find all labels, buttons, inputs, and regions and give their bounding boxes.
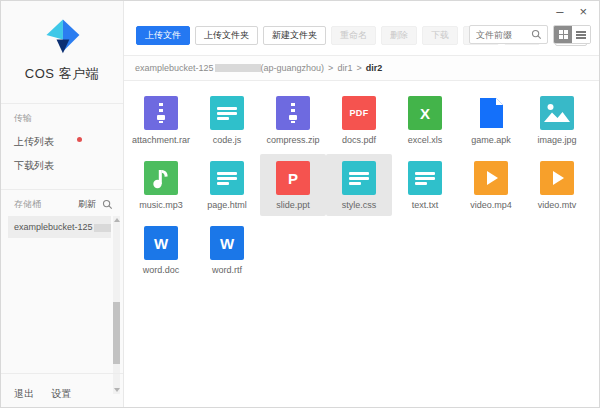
- minimize-button[interactable]: –: [556, 4, 563, 20]
- toolbar-button-download[interactable]: 下载: [422, 26, 458, 45]
- word-w-icon: W: [144, 226, 178, 260]
- sidebar-footer: 退出 设置: [1, 373, 123, 407]
- file-tile-music.mp3[interactable]: music.mp3: [128, 154, 194, 216]
- file-tile-attachment.rar[interactable]: attachment.rar: [128, 89, 194, 151]
- text-lines-icon: [210, 161, 244, 195]
- grid-view-button[interactable]: [554, 26, 572, 43]
- file-grid: attachment.rarcode.jscompress.zipPDFdocs…: [128, 89, 596, 284]
- document-fold-icon: [474, 96, 508, 130]
- file-tile-game.apk[interactable]: game.apk: [458, 89, 524, 151]
- file-tile-word.rtf[interactable]: Wword.rtf: [194, 219, 260, 281]
- file-name: text.txt: [412, 200, 439, 210]
- bucket-refresh-button[interactable]: 刷新: [78, 198, 96, 211]
- text-lines-icon: [210, 96, 244, 130]
- redacted-text: [94, 224, 111, 232]
- search-input[interactable]: [470, 30, 529, 40]
- file-tile-style.css[interactable]: style.css: [326, 154, 392, 216]
- breadcrumb-dir-dir2: dir2: [366, 63, 383, 73]
- file-name: image.jpg: [537, 135, 576, 145]
- file-name: style.css: [342, 200, 377, 210]
- breadcrumb-separator: >: [356, 63, 361, 73]
- toolbar-button-upload-file[interactable]: 上传文件: [136, 26, 190, 45]
- file-name: word.rtf: [212, 265, 242, 275]
- file-name: excel.xls: [408, 135, 443, 145]
- zipper-archive-icon: [144, 96, 178, 130]
- transfer-section-label: 传输: [1, 104, 123, 125]
- cos-logo-icon: [40, 12, 84, 58]
- zipper-archive-icon: [276, 96, 310, 130]
- file-name: music.mp3: [139, 200, 183, 210]
- scroll-up-icon[interactable]: [114, 218, 120, 222]
- text-lines-icon: [408, 161, 442, 195]
- exit-button[interactable]: 退出: [14, 388, 34, 399]
- list-view-button[interactable]: [572, 26, 590, 43]
- file-name: video.mtv: [538, 200, 577, 210]
- breadcrumb-bucket[interactable]: examplebucket-125: [135, 63, 214, 73]
- view-mode-toggle: [553, 25, 591, 44]
- settings-button[interactable]: 设置: [51, 388, 71, 399]
- file-name: attachment.rar: [132, 135, 190, 145]
- play-icon: [474, 161, 508, 195]
- file-tile-page.html[interactable]: page.html: [194, 154, 260, 216]
- file-name: game.apk: [471, 135, 511, 145]
- download-list-label: 下载列表: [14, 160, 54, 171]
- toolbar-button-upload-folder[interactable]: 上传文件夹: [195, 26, 258, 45]
- close-button[interactable]: ×: [579, 4, 587, 20]
- music-note-icon: [144, 161, 178, 195]
- word-w-icon: W: [210, 226, 244, 260]
- file-tile-excel.xls[interactable]: Xexcel.xls: [392, 89, 458, 151]
- toolbar-button-rename[interactable]: 重命名: [331, 26, 376, 45]
- toolbar-button-new-folder[interactable]: 新建文件夹: [263, 26, 326, 45]
- file-tile-video.mp4[interactable]: video.mp4: [458, 154, 524, 216]
- file-tile-slide.ppt[interactable]: Pslide.ppt: [260, 154, 326, 216]
- file-name: slide.ppt: [276, 200, 310, 210]
- bucket-item[interactable]: examplebucket-125: [8, 216, 111, 238]
- text-lines-icon: [342, 161, 376, 195]
- play-icon: [540, 161, 574, 195]
- file-tile-code.js[interactable]: code.js: [194, 89, 260, 151]
- sidebar: COS 客户端 传输 上传列表 下载列表 存储桶 刷新 examplebucke…: [1, 1, 124, 407]
- file-tile-video.mtv[interactable]: video.mtv: [524, 154, 590, 216]
- sidebar-item-download-list[interactable]: 下载列表: [1, 149, 123, 173]
- file-tile-image.jpg[interactable]: image.jpg: [524, 89, 590, 151]
- search-icon[interactable]: [531, 29, 542, 40]
- grid-view-icon: [559, 30, 568, 39]
- ppt-p-icon: P: [276, 161, 310, 195]
- photo-icon: [540, 96, 574, 130]
- bucket-scrollbar-thumb[interactable]: [113, 302, 120, 364]
- file-name: word.doc: [143, 265, 180, 275]
- bucket-section-label: 存储桶: [14, 198, 41, 211]
- upload-activity-badge: [77, 137, 82, 142]
- breadcrumb-dir-dir1[interactable]: dir1: [337, 63, 352, 73]
- toolbar-button-delete[interactable]: 删除: [381, 26, 417, 45]
- file-name: video.mp4: [470, 200, 512, 210]
- redacted-text: [215, 64, 261, 72]
- breadcrumb-separator: >: [328, 63, 333, 73]
- file-tile-docs.pdf[interactable]: PDFdocs.pdf: [326, 89, 392, 151]
- bucket-list: examplebucket-125: [1, 216, 123, 394]
- cos-client-window: COS 客户端 传输 上传列表 下载列表 存储桶 刷新 examplebucke…: [0, 0, 600, 408]
- upload-list-label: 上传列表: [14, 136, 54, 147]
- bucket-search-icon[interactable]: [102, 199, 113, 210]
- file-name: compress.zip: [266, 135, 319, 145]
- breadcrumb-region: (ap-guangzhou): [261, 63, 325, 73]
- file-tile-word.doc[interactable]: Wword.doc: [128, 219, 194, 281]
- file-name: page.html: [207, 200, 247, 210]
- breadcrumb: examplebucket-125 (ap-guangzhou) >dir1>d…: [124, 55, 599, 81]
- file-name: code.js: [213, 135, 242, 145]
- excel-x-icon: X: [408, 96, 442, 130]
- pdf-icon: PDF: [342, 96, 376, 130]
- app-title: COS 客户端: [1, 65, 123, 83]
- sidebar-item-upload-list[interactable]: 上传列表: [1, 125, 123, 149]
- file-tile-compress.zip[interactable]: compress.zip: [260, 89, 326, 151]
- file-tile-text.txt[interactable]: text.txt: [392, 154, 458, 216]
- file-prefix-search: [469, 25, 548, 44]
- file-name: docs.pdf: [342, 135, 376, 145]
- list-view-icon: [576, 31, 586, 39]
